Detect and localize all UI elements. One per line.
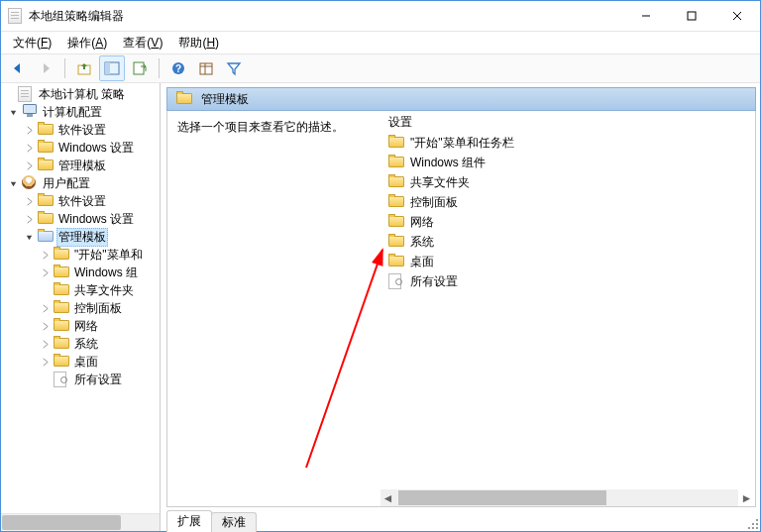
content-area: 本地计算机 策略 计算机配置 软件设置 xyxy=(1,83,760,531)
tree-user-config[interactable]: 用户配置 xyxy=(1,174,160,192)
description-panel: 选择一个项目来查看它的描述。 xyxy=(167,111,380,506)
list-hscrollbar[interactable]: ◄ ► xyxy=(380,489,738,506)
export-button[interactable] xyxy=(127,55,153,81)
tree-root[interactable]: 本地计算机 策略 xyxy=(1,85,160,103)
help-button[interactable]: ? xyxy=(165,55,191,81)
menu-file[interactable]: 文件(F) xyxy=(7,33,57,53)
chevron-right-icon[interactable] xyxy=(39,249,51,261)
folder-icon xyxy=(54,282,69,298)
breadcrumb-label: 管理模板 xyxy=(201,91,249,108)
folder-gear-icon xyxy=(38,229,54,245)
tree-admin-wincomp[interactable]: Windows 组 xyxy=(1,264,160,281)
tree[interactable]: 本地计算机 策略 计算机配置 软件设置 xyxy=(1,83,160,513)
list-item-shared[interactable]: 共享文件夹 xyxy=(380,172,755,192)
folder-icon xyxy=(54,318,69,334)
chevron-down-icon[interactable] xyxy=(7,106,19,118)
tree-user-windows[interactable]: Windows 设置 xyxy=(1,210,160,228)
folder-icon xyxy=(38,193,54,209)
folder-icon xyxy=(54,247,69,263)
page-icon xyxy=(388,273,404,289)
svg-rect-10 xyxy=(200,63,212,74)
chevron-right-icon[interactable] xyxy=(23,124,35,136)
page-icon xyxy=(54,372,69,387)
tree-admin-shared[interactable]: 共享文件夹 xyxy=(1,281,160,299)
scroll-left-icon[interactable]: ◄ xyxy=(380,489,396,506)
tree-comp-windows[interactable]: Windows 设置 xyxy=(1,139,160,157)
folder-icon xyxy=(388,135,404,151)
detail-pane: 管理模板 选择一个项目来查看它的描述。 设置 "开始"菜单和任务栏Windows… xyxy=(166,83,760,531)
back-button[interactable] xyxy=(5,55,31,81)
settings-list[interactable]: "开始"菜单和任务栏Windows 组件共享文件夹控制面板网络系统桌面所有设置 xyxy=(380,133,755,489)
toolbar: ? xyxy=(1,53,760,83)
tree-pane: 本地计算机 策略 计算机配置 软件设置 xyxy=(1,83,161,531)
description-hint: 选择一个项目来查看它的描述。 xyxy=(177,120,344,134)
tree-admin-all[interactable]: 所有设置 xyxy=(1,371,160,388)
tree-comp-software[interactable]: 软件设置 xyxy=(1,121,160,139)
properties-button[interactable] xyxy=(193,55,219,81)
folder-icon xyxy=(176,91,192,107)
folder-icon xyxy=(388,214,404,230)
menu-view[interactable]: 查看(V) xyxy=(117,33,168,53)
folder-icon xyxy=(38,140,54,156)
svg-rect-6 xyxy=(105,62,110,74)
chevron-right-icon[interactable] xyxy=(23,195,35,207)
chevron-right-icon[interactable] xyxy=(23,142,35,154)
minimize-button[interactable] xyxy=(623,1,669,31)
tree-admin-desktop[interactable]: 桌面 xyxy=(1,353,160,371)
list-item-label: 共享文件夹 xyxy=(410,174,470,191)
list-item-win_comp[interactable]: Windows 组件 xyxy=(380,153,755,172)
filter-button[interactable] xyxy=(221,55,247,81)
folder-icon xyxy=(38,122,54,138)
list-item-all[interactable]: 所有设置 xyxy=(380,271,755,291)
tree-hscrollbar[interactable] xyxy=(1,513,160,531)
tab-standard[interactable]: 标准 xyxy=(211,512,257,532)
chevron-down-icon[interactable] xyxy=(23,231,35,243)
tree-user-software[interactable]: 软件设置 xyxy=(1,192,160,210)
tree-admin-startmenu[interactable]: "开始"菜单和 xyxy=(1,246,160,264)
chevron-right-icon[interactable] xyxy=(39,356,51,368)
detail-body: 选择一个项目来查看它的描述。 设置 "开始"菜单和任务栏Windows 组件共享… xyxy=(166,111,756,507)
resize-grip[interactable] xyxy=(744,515,758,529)
list-item-label: 网络 xyxy=(410,214,434,231)
toolbar-separator-2 xyxy=(159,58,160,78)
up-button[interactable] xyxy=(71,55,97,81)
tree-comp-admin[interactable]: 管理模板 xyxy=(1,157,160,174)
list-item-system[interactable]: 系统 xyxy=(380,232,755,252)
chevron-right-icon[interactable] xyxy=(23,213,35,225)
tab-extended[interactable]: 扩展 xyxy=(166,510,212,532)
folder-icon xyxy=(388,254,404,269)
folder-icon xyxy=(38,211,54,227)
tree-user-admin[interactable]: 管理模板 xyxy=(1,228,160,246)
menu-help[interactable]: 帮助(H) xyxy=(172,33,225,53)
scroll-right-icon[interactable]: ► xyxy=(738,489,755,506)
svg-rect-1 xyxy=(688,12,696,20)
chevron-right-icon[interactable] xyxy=(39,302,51,314)
tree-root-label: 本地计算机 策略 xyxy=(37,86,127,103)
folder-icon xyxy=(388,234,404,250)
chevron-right-icon[interactable] xyxy=(39,320,51,332)
close-button[interactable] xyxy=(714,1,760,31)
svg-text:?: ? xyxy=(175,63,181,74)
computer-icon xyxy=(22,104,38,120)
list-item-desktop[interactable]: 桌面 xyxy=(380,252,755,271)
show-hide-tree-button[interactable] xyxy=(99,55,125,81)
list-item-startmenu[interactable]: "开始"菜单和任务栏 xyxy=(380,133,755,153)
chevron-right-icon[interactable] xyxy=(23,160,35,171)
tree-admin-network[interactable]: 网络 xyxy=(1,317,160,335)
list-item-label: Windows 组件 xyxy=(410,155,486,171)
settings-column-header[interactable]: 设置 xyxy=(380,111,755,133)
menu-action[interactable]: 操作(A) xyxy=(61,33,113,53)
chevron-right-icon[interactable] xyxy=(39,266,51,278)
settings-list-panel: 设置 "开始"菜单和任务栏Windows 组件共享文件夹控制面板网络系统桌面所有… xyxy=(380,111,755,506)
tree-computer-config[interactable]: 计算机配置 xyxy=(1,103,160,121)
chevron-right-icon[interactable] xyxy=(39,338,51,350)
list-item-network[interactable]: 网络 xyxy=(380,212,755,232)
tree-admin-system[interactable]: 系统 xyxy=(1,335,160,353)
tree-admin-control[interactable]: 控制面板 xyxy=(1,299,160,317)
maximize-button[interactable] xyxy=(669,1,714,31)
list-item-control[interactable]: 控制面板 xyxy=(380,192,755,212)
folder-icon xyxy=(54,336,69,352)
forward-button xyxy=(33,55,58,81)
menubar: 文件(F) 操作(A) 查看(V) 帮助(H) xyxy=(1,32,760,53)
chevron-down-icon[interactable] xyxy=(7,177,19,189)
